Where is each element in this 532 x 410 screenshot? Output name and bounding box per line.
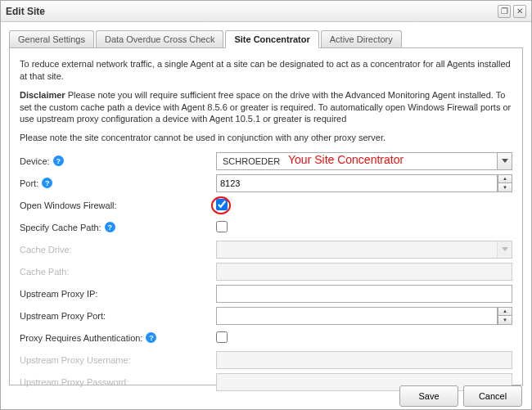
help-icon[interactable]: ?: [42, 178, 52, 188]
cache-path-checkbox[interactable]: [216, 221, 228, 232]
port-step-down[interactable]: ▼: [498, 182, 512, 191]
chevron-down-icon[interactable]: [497, 153, 512, 169]
proxy-port-input[interactable]: [216, 307, 498, 325]
firewall-checkbox[interactable]: [216, 199, 228, 210]
tab-general-settings[interactable]: General Settings: [9, 30, 94, 47]
cache-path-value-label: Cache Path:: [20, 267, 216, 277]
chevron-down-icon: [497, 241, 512, 258]
maximize-button[interactable]: ❐: [498, 5, 511, 18]
save-button[interactable]: Save: [399, 385, 458, 407]
disclaimer-label: Disclaimer: [20, 90, 65, 100]
help-icon[interactable]: ?: [53, 155, 64, 166]
tab-active-directory[interactable]: Active Directory: [321, 30, 402, 47]
proxy-ip-label: Upstream Proxy IP:: [20, 289, 216, 299]
help-icon[interactable]: ?: [146, 332, 156, 343]
proxy-ip-input[interactable]: [216, 285, 512, 303]
port-label: Port: ?: [20, 178, 216, 188]
proxy-user-input: [216, 351, 512, 369]
proxy-port-label: Upstream Proxy Port:: [20, 311, 216, 321]
disclaimer-text: Disclaimer Please note you will require …: [20, 89, 512, 126]
proxy-pass-label: Upstream Proxy Password:: [20, 377, 216, 387]
note-text: Please note the site concentrator cannot…: [20, 132, 512, 144]
cache-drive-label: Cache Drive:: [20, 245, 216, 255]
port-step-up[interactable]: ▲: [498, 175, 512, 183]
proxy-port-step-down[interactable]: ▼: [498, 315, 512, 324]
cache-path-input: [216, 263, 512, 281]
tab-data-overdue[interactable]: Data Overdue Cross Check: [96, 30, 224, 47]
port-input[interactable]: [216, 174, 498, 192]
help-icon[interactable]: ?: [105, 222, 115, 232]
cancel-button[interactable]: Cancel: [463, 385, 522, 407]
firewall-label: Open Windows Firewall:: [20, 200, 216, 210]
tab-strip: General Settings Data Overdue Cross Chec…: [9, 29, 523, 48]
device-label: Device: ?: [20, 155, 216, 166]
dialog-footer: Save Cancel: [399, 385, 522, 407]
device-select[interactable]: SCHROEDER: [216, 152, 512, 170]
title-bar: Edit Site ❐ ✕: [1, 1, 531, 22]
intro-text: To reduce external network traffic, a si…: [20, 58, 512, 83]
cache-drive-select: [216, 241, 512, 259]
close-button[interactable]: ✕: [513, 5, 526, 18]
tab-panel: To reduce external network traffic, a si…: [9, 48, 523, 385]
proxy-user-label: Upstream Proxy Username:: [20, 355, 216, 365]
proxy-port-step-up[interactable]: ▲: [498, 308, 512, 316]
window-title: Edit Site: [6, 6, 495, 17]
cache-path-label: Specify Cache Path: ?: [20, 222, 216, 232]
proxy-auth-label: Proxy Requires Authentication: ?: [20, 332, 216, 343]
tab-site-concentrator[interactable]: Site Concentrator: [225, 30, 318, 48]
proxy-auth-checkbox[interactable]: [216, 331, 228, 343]
